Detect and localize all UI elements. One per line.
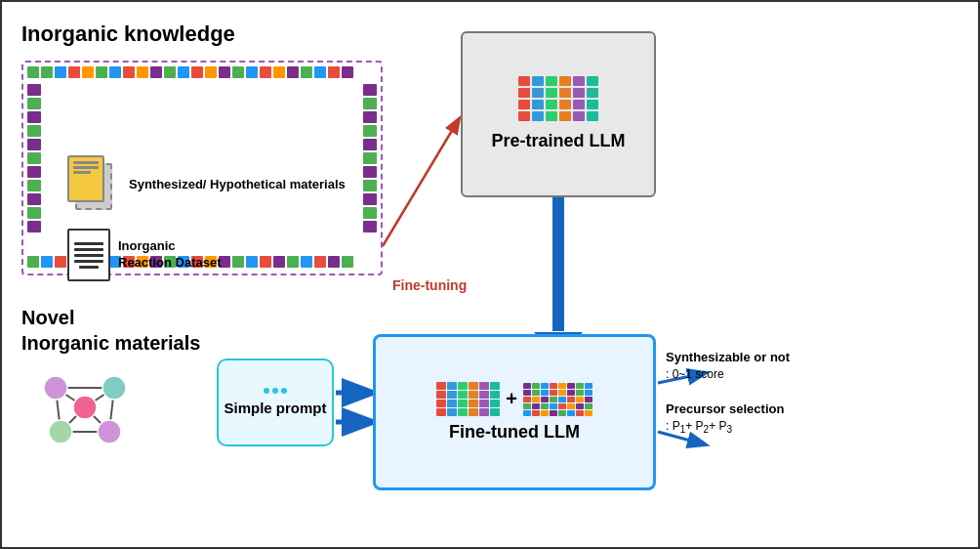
reaction-icon-group: InorganicReaction Dataset	[67, 229, 221, 281]
reaction-label: InorganicReaction Dataset	[118, 238, 221, 272]
svg-point-19	[49, 420, 72, 443]
periodic-mini-table	[523, 383, 592, 416]
svg-point-17	[44, 376, 67, 400]
svg-point-18	[102, 376, 126, 400]
precursor-label: Precursor selection	[666, 401, 790, 418]
simple-prompt-label: Simple prompt	[224, 400, 326, 417]
synthesizable-label: Synthesizable or not	[666, 349, 790, 366]
novel-inorganic-label: NovelInorganic materials	[21, 305, 200, 356]
pretrained-llm-grid	[518, 76, 598, 121]
precursor-output: Precursor selection : P1+ P2+ P3	[666, 401, 790, 438]
output-labels: Synthesizable or not : 0~1 score Precurs…	[666, 349, 790, 438]
finetuned-llm-grid	[436, 382, 500, 416]
plus-sign: +	[506, 388, 517, 410]
finetuned-icons-row: +	[436, 382, 592, 416]
synthesized-label: Synthesized/ Hypothetical materials	[129, 177, 346, 193]
svg-point-20	[98, 420, 121, 443]
page-front	[67, 155, 104, 202]
finetuned-llm-box: +	[373, 334, 656, 490]
svg-text:Fine-tuning: Fine-tuning	[392, 277, 467, 293]
synthesized-icon-group: Synthesized/ Hypothetical materials	[67, 155, 346, 214]
precursor-sub: : P1+ P2+ P3	[666, 418, 790, 437]
synthesizable-output: Synthesizable or not : 0~1 score	[666, 349, 790, 383]
inorganic-knowledge-label: Inorganic knowledge	[21, 21, 235, 47]
pretrained-llm-box: Pre-trained LLM	[461, 31, 656, 197]
svg-line-0	[383, 119, 459, 246]
synthesizable-sub: : 0~1 score	[666, 366, 790, 383]
material-icon	[67, 155, 121, 214]
pretrained-llm-label: Pre-trained LLM	[491, 131, 625, 152]
svg-point-16	[73, 396, 97, 419]
finetuned-llm-label: Fine-tuned LLM	[449, 422, 580, 443]
prompt-dots	[264, 388, 287, 394]
knowledge-box: Synthesized/ Hypothetical materials Inor…	[21, 61, 383, 275]
graph-network-icon	[31, 363, 148, 461]
simple-prompt-box[interactable]: Simple prompt	[217, 359, 334, 446]
document-icon	[67, 229, 110, 281]
main-container: Fine-tuning Inorganic knowledge	[0, 0, 980, 549]
